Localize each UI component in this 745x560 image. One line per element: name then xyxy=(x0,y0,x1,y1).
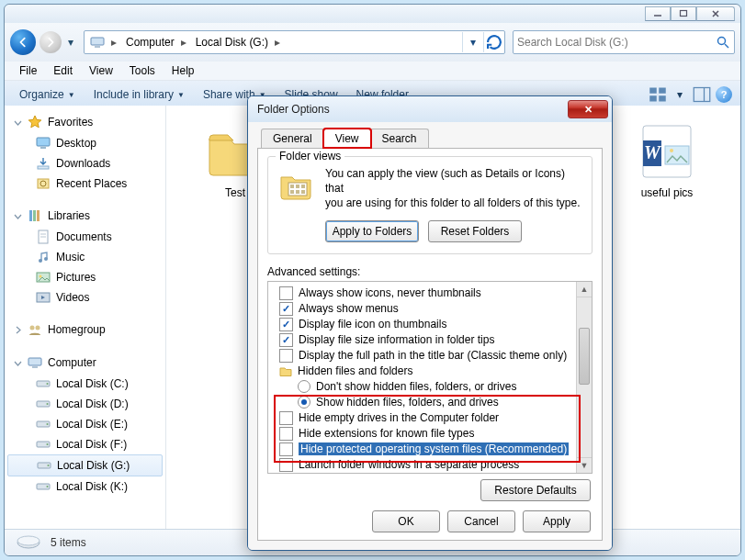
file-item-useful-pics[interactable]: W useful pics xyxy=(626,122,708,199)
checkbox-icon[interactable] xyxy=(279,318,293,331)
sidebar-item-music[interactable]: Music xyxy=(5,247,165,267)
checkbox-icon[interactable] xyxy=(279,458,293,472)
homegroup-header[interactable]: Homegroup xyxy=(5,319,165,341)
adv-row[interactable]: Show hidden files, folders, and drives xyxy=(270,395,575,410)
adv-label: Display file size information in folder … xyxy=(299,333,494,346)
scroll-up-icon[interactable]: ▲ xyxy=(577,282,592,297)
crumb-drive[interactable]: Local Disk (G:) xyxy=(190,31,271,53)
recent-pages-dropdown[interactable]: ▾ xyxy=(65,29,76,55)
sidebar-label: Recent Places xyxy=(56,177,127,190)
crumb-sep-0[interactable]: ▸ xyxy=(107,36,120,49)
favorites-header[interactable]: Favorites xyxy=(5,111,165,133)
sidebar-item-drive-d[interactable]: Local Disk (D:) xyxy=(5,394,165,414)
computer-icon xyxy=(28,355,42,370)
menu-help[interactable]: Help xyxy=(164,62,202,79)
scroll-thumb[interactable] xyxy=(579,328,590,385)
checkbox-icon[interactable] xyxy=(279,427,293,441)
refresh-button[interactable] xyxy=(483,32,504,52)
nav-pane: Favorites Desktop Downloads Recent Place… xyxy=(5,106,166,530)
sidebar-item-pictures[interactable]: Pictures xyxy=(5,267,165,287)
sidebar-item-documents[interactable]: Documents xyxy=(5,227,165,247)
dialog-close-button[interactable]: ✕ xyxy=(568,100,608,118)
include-library-button[interactable]: Include in library▼ xyxy=(86,84,192,105)
adv-row[interactable]: Display file icon on thumbnails xyxy=(270,317,575,332)
adv-row[interactable]: Hide extensions for known file types xyxy=(270,426,575,442)
reset-folders-button[interactable]: Reset Folders xyxy=(428,220,522,242)
crumb-sep-2[interactable]: ▸ xyxy=(271,36,284,49)
scroll-down-icon[interactable]: ▼ xyxy=(577,457,592,473)
dialog-title-bar[interactable]: Folder Options ✕ xyxy=(248,96,612,122)
svg-rect-10 xyxy=(694,88,710,102)
favorites-label: Favorites xyxy=(48,116,93,129)
forward-button[interactable] xyxy=(40,31,62,53)
collapse-icon xyxy=(14,359,22,367)
documents-icon xyxy=(36,230,51,244)
checkbox-icon[interactable] xyxy=(279,349,293,363)
view-mode-button[interactable] xyxy=(649,85,667,104)
adv-row[interactable]: Hide protected operating system files (R… xyxy=(270,442,575,457)
radio-icon[interactable] xyxy=(298,396,310,409)
libraries-header[interactable]: Libraries xyxy=(5,205,165,227)
sidebar-item-downloads[interactable]: Downloads xyxy=(5,153,165,174)
address-bar[interactable]: ▸ Computer ▸ Local Disk (G:) ▸ ▾ xyxy=(84,30,505,54)
search-box[interactable]: Search Local Disk (G:) xyxy=(513,30,735,54)
sidebar-item-drive-g[interactable]: Local Disk (G:) xyxy=(7,454,163,476)
help-button[interactable]: ? xyxy=(715,85,733,104)
crumb-computer[interactable]: Computer xyxy=(120,31,177,53)
adv-label: Hide extensions for known file types xyxy=(299,427,474,440)
computer-header[interactable]: Computer xyxy=(5,352,165,374)
back-button[interactable] xyxy=(10,29,36,55)
sidebar-item-recent[interactable]: Recent Places xyxy=(5,174,165,194)
adv-row[interactable]: Hide empty drives in the Computer folder xyxy=(270,410,575,426)
scrollbar[interactable]: ▲ ▼ xyxy=(576,282,592,473)
radio-icon[interactable] xyxy=(298,380,310,393)
checkbox-icon[interactable] xyxy=(279,442,293,456)
adv-row[interactable]: Display file size information in folder … xyxy=(270,332,575,348)
crumb-computer-icon[interactable] xyxy=(85,31,107,53)
maximize-button[interactable] xyxy=(671,6,696,21)
menu-view[interactable]: View xyxy=(82,62,120,79)
sidebar-item-drive-e[interactable]: Local Disk (E:) xyxy=(5,414,165,434)
sidebar-item-drive-k[interactable]: Local Disk (K:) xyxy=(5,476,165,497)
sidebar-item-drive-c[interactable]: Local Disk (C:) xyxy=(5,374,165,394)
downloads-icon xyxy=(36,156,51,171)
sidebar-item-videos[interactable]: Videos xyxy=(5,287,165,308)
menu-edit[interactable]: Edit xyxy=(46,62,80,79)
ok-button[interactable]: OK xyxy=(372,510,440,532)
svg-rect-3 xyxy=(95,46,100,48)
adv-label: Always show icons, never thumbnails xyxy=(299,286,481,299)
adv-row[interactable]: Always show icons, never thumbnails xyxy=(270,286,575,301)
svg-point-39 xyxy=(47,443,49,445)
adv-row[interactable]: Display the full path in the title bar (… xyxy=(270,348,575,364)
svg-rect-2 xyxy=(91,38,104,45)
svg-point-43 xyxy=(47,486,49,487)
tab-general[interactable]: General xyxy=(261,129,324,148)
cancel-button[interactable]: Cancel xyxy=(447,510,515,532)
sidebar-item-drive-f[interactable]: Local Disk (F:) xyxy=(5,434,165,454)
adv-row[interactable]: Don't show hidden files, folders, or dri… xyxy=(270,379,575,395)
docx-icon: W xyxy=(638,122,696,181)
checkbox-icon[interactable] xyxy=(279,286,293,300)
checkbox-icon[interactable] xyxy=(279,333,293,347)
minimize-button[interactable] xyxy=(645,6,671,21)
checkbox-icon[interactable] xyxy=(279,302,293,316)
preview-pane-button[interactable] xyxy=(693,85,711,104)
apply-button[interactable]: Apply xyxy=(523,510,591,532)
menu-tools[interactable]: Tools xyxy=(122,62,163,79)
close-button[interactable] xyxy=(696,6,735,21)
crumb-sep-1[interactable]: ▸ xyxy=(177,36,190,49)
tab-search[interactable]: Search xyxy=(370,129,429,148)
adv-row[interactable]: Always show menus xyxy=(270,301,575,317)
adv-row[interactable]: Launch folder windows in a separate proc… xyxy=(270,457,575,473)
apply-to-folders-button[interactable]: Apply to Folders xyxy=(325,220,419,242)
checkbox-icon[interactable] xyxy=(279,411,293,425)
adv-row-group: Hidden files and folders xyxy=(270,364,575,379)
view-dropdown[interactable]: ▾ xyxy=(671,85,689,104)
address-history-dropdown[interactable]: ▾ xyxy=(462,32,483,52)
organize-button[interactable]: Organize▼ xyxy=(12,84,83,105)
sidebar-label: Downloads xyxy=(56,157,110,170)
sidebar-item-desktop[interactable]: Desktop xyxy=(5,133,165,153)
tab-view[interactable]: View xyxy=(323,129,371,148)
restore-defaults-button[interactable]: Restore Defaults xyxy=(480,479,591,501)
menu-file[interactable]: File xyxy=(12,62,44,79)
